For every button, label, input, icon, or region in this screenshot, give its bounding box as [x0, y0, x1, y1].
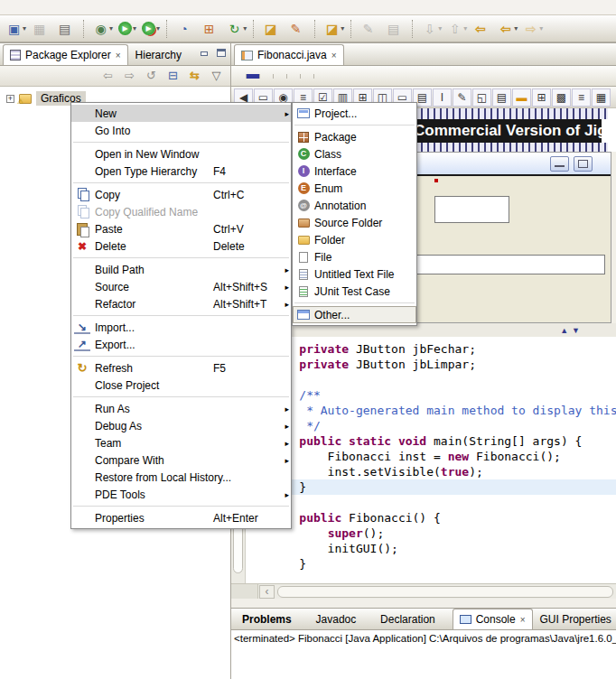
palette-scroll-pane[interactable]: ▩ — [552, 88, 571, 107]
tab-problems[interactable]: Problems × — [235, 609, 309, 629]
menu-item-properties[interactable]: Properties Alt+Enter ▸ — [71, 509, 291, 526]
menubar-search[interactable] — [66, 6, 79, 8]
collapse-all-button[interactable]: ⊟ — [166, 68, 180, 84]
menu-item-open-type-hierarchy[interactable]: Open Type Hierarchy F4 ▸ — [71, 163, 291, 180]
new-wizard-button[interactable]: ▣ ▾ — [5, 19, 28, 39]
dropdown-arrow-icon[interactable]: ▾ — [341, 24, 344, 33]
palette-tab-containers[interactable] — [233, 74, 247, 79]
forward-nav-button[interactable]: ⇨ — [123, 68, 136, 84]
close-icon[interactable]: × — [520, 615, 526, 625]
scroll-left-icon[interactable]: ‹ — [259, 585, 275, 599]
menu-item-copy[interactable]: Copy Ctrl+C ▸ — [71, 186, 291, 203]
palette-tab-components[interactable] — [247, 74, 260, 79]
dropdown-arrow-icon[interactable]: ▾ — [109, 24, 113, 33]
palette-text-area[interactable]: ▤ — [492, 88, 511, 107]
code-text[interactable]: private JButton jbFechar; private JButto… — [246, 337, 616, 583]
palette-text-pane[interactable]: ◱ — [472, 88, 491, 107]
submenu-item-annotation[interactable]: @ Annotation — [293, 197, 416, 214]
menu-item-open-in-new-window[interactable]: Open in New Window ▸ — [71, 145, 291, 163]
menu-item-run-as[interactable]: Run As ▸ — [71, 400, 291, 417]
print-button[interactable]: ▤ ▾ — [55, 19, 79, 39]
split-up-icon[interactable]: ▲ — [560, 326, 568, 335]
close-icon[interactable]: × — [116, 51, 121, 60]
submenu-item-source-folder[interactable]: Source Folder — [293, 214, 416, 231]
forward-button[interactable]: ⇨ ▾ — [521, 19, 545, 39]
tab-package-explorer[interactable]: Package Explorer × — [3, 44, 128, 65]
palette-editor-pane[interactable]: ✎ — [453, 88, 471, 107]
menu-item-paste[interactable]: Paste Ctrl+V ▸ — [71, 220, 291, 237]
menu-item-delete[interactable]: ✖ Delete Delete ▸ — [71, 237, 291, 255]
palette-tab-menu[interactable] — [274, 74, 287, 79]
jigloo-gui-button[interactable]: ⊞ ▾ — [200, 19, 223, 39]
split-down-icon[interactable]: ▼ — [572, 326, 580, 335]
last-edit-location-button[interactable]: ⇦ ▾ — [471, 19, 494, 39]
palette-tab-layout[interactable] — [301, 74, 314, 79]
mark-occurrences-button[interactable]: ✎ ▾ — [359, 19, 382, 39]
menu-item-go-into[interactable]: Go Into ▸ — [71, 122, 291, 139]
palette-separator-component[interactable]: ≡ — [572, 88, 591, 107]
submenu-item-junit-test-case[interactable]: JUnit Test Case — [293, 283, 416, 300]
menu-item-compare-with[interactable]: Compare With ▸ — [71, 451, 291, 469]
menubar-source[interactable] — [28, 6, 41, 8]
submenu-item-untitled-text-file[interactable]: Untitled Text File — [293, 265, 416, 283]
menubar-help[interactable] — [117, 6, 129, 8]
previous-annotation-button[interactable]: ⇧ ▾ — [445, 19, 469, 39]
submenu-item-interface[interactable]: I Interface — [293, 163, 416, 180]
menu-item-build-path[interactable]: Build Path ▸ — [71, 261, 291, 278]
submenu-item-folder[interactable]: Folder — [293, 231, 416, 248]
tab-console[interactable]: Console × — [453, 609, 533, 629]
menubar-file[interactable] — [3, 6, 15, 8]
menu-item-refactor[interactable]: Refactor Alt+Shift+T ▸ — [71, 295, 291, 312]
palette-progress-bar[interactable]: ▬ — [512, 88, 531, 107]
menu-item-restore-from-local-history[interactable]: Restore from Local History... ▸ — [71, 469, 291, 486]
tab-javadoc[interactable]: Javadoc × — [309, 609, 374, 629]
dropdown-arrow-icon[interactable]: ▾ — [23, 24, 26, 33]
jigloo-refresh-button[interactable]: ↻ ▾ — [225, 19, 248, 39]
menu-item-refresh[interactable]: ↻ Refresh F5 ▸ — [71, 359, 291, 377]
new-folder-button[interactable]: ◪ ▾ — [322, 19, 346, 39]
dropdown-arrow-icon[interactable]: ▾ — [463, 24, 467, 33]
menubar-edit[interactable] — [15, 6, 28, 8]
submenu-item-project[interactable]: Project... — [293, 105, 416, 122]
dropdown-arrow-icon[interactable]: ▾ — [156, 24, 160, 33]
jigloo-editor-button[interactable]: ◔ ▾ — [174, 19, 198, 39]
tab-fibonacci-java[interactable]: Fibonacci.java × — [234, 44, 344, 65]
horizontal-scrollbar[interactable]: ‹ — [231, 583, 616, 599]
menubar-refactor[interactable] — [41, 6, 53, 8]
open-type-button[interactable]: ◪ ▾ — [261, 19, 285, 39]
minimize-icon[interactable] — [550, 156, 569, 172]
expander-plus-icon[interactable]: + — [6, 95, 14, 103]
palette-text-field[interactable]: I — [433, 88, 452, 107]
submenu-item-class[interactable]: C Class — [293, 145, 416, 163]
minimize-icon[interactable] — [199, 48, 210, 58]
tab-declaration[interactable]: Declaration × — [373, 609, 453, 629]
submenu-item-enum[interactable]: E Enum — [293, 180, 416, 197]
menu-item-close-project[interactable]: Close Project ▸ — [71, 377, 291, 394]
link-with-editor-button[interactable]: ⇆ — [188, 68, 201, 84]
menubar-navigate[interactable] — [53, 6, 66, 8]
menu-item-export[interactable]: ↗ Export... ▸ — [71, 336, 291, 353]
menubar-window[interactable] — [104, 6, 117, 8]
submenu-item-other[interactable]: Other... — [293, 306, 416, 323]
palette-table-component[interactable]: ⊞ — [532, 88, 551, 107]
external-tools-button[interactable]: ▶ ▾ — [140, 19, 162, 39]
java-search-button[interactable]: ✎ ▾ — [286, 19, 310, 39]
dropdown-arrow-icon[interactable]: ▾ — [514, 24, 518, 33]
dropdown-arrow-icon[interactable]: ▾ — [133, 24, 136, 33]
menu-item-import[interactable]: ↘ Import... ▸ — [71, 319, 291, 336]
menu-item-debug-as[interactable]: Debug As ▸ — [71, 417, 291, 434]
dropdown-arrow-icon[interactable]: ▾ — [438, 24, 442, 33]
menu-item-team[interactable]: Team ▸ — [71, 434, 291, 451]
menu-item-new[interactable]: New ▸ — [71, 105, 291, 122]
submenu-item-file[interactable]: File — [293, 248, 416, 265]
palette-panel-component[interactable]: ▦ — [592, 88, 611, 107]
dropdown-arrow-icon[interactable]: ▾ — [243, 24, 247, 33]
run-button[interactable]: ▶ ▾ — [117, 19, 138, 39]
up-nav-button[interactable]: ↺ — [145, 68, 158, 84]
maximize-icon[interactable] — [574, 156, 593, 172]
debug-button[interactable]: ◉ ▾ — [91, 19, 115, 39]
next-annotation-button[interactable]: ⇩ ▾ — [420, 19, 443, 39]
save-button[interactable]: ▦ ▾ — [30, 19, 53, 39]
back-nav-button[interactable]: ⇦ — [101, 68, 115, 84]
tab-gui-properties[interactable]: GUI Properties × — [533, 609, 616, 629]
